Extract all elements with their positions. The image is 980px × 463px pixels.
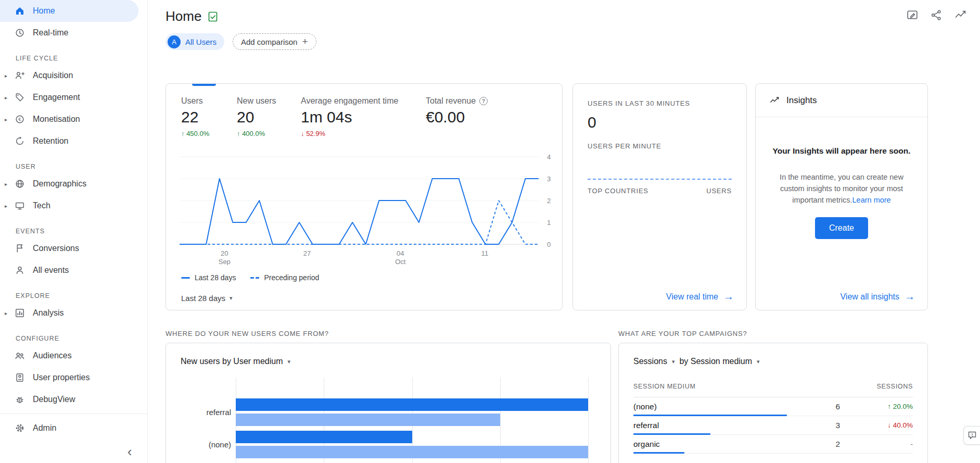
sidebar-item-real-time[interactable]: Real-time bbox=[0, 22, 138, 44]
expand-arrow-icon[interactable]: ▸ bbox=[5, 73, 7, 79]
bar-category-label: referral bbox=[166, 408, 236, 417]
metric-selector[interactable]: Sessions bbox=[633, 357, 667, 366]
all-users-chip[interactable]: A All Users bbox=[166, 33, 224, 50]
sidebar-item-engagement[interactable]: ▸ Engagement bbox=[0, 86, 138, 108]
sidebar-item-label: Conversions bbox=[33, 244, 79, 253]
metric-new-users[interactable]: New users 20 400.0% bbox=[237, 96, 301, 138]
svg-text:4: 4 bbox=[547, 153, 551, 161]
header-actions bbox=[906, 8, 967, 22]
sidebar-item-tech[interactable]: ▸ Tech bbox=[0, 195, 138, 217]
sidebar-item-home[interactable]: Home bbox=[0, 0, 138, 22]
acquisition-icon bbox=[15, 70, 25, 81]
metric-users[interactable]: Users 22 450.0% bbox=[181, 96, 237, 138]
feedback-button[interactable] bbox=[963, 426, 980, 445]
new-users-section-heading: WHERE DO YOUR NEW USERS COME FROM? bbox=[166, 330, 329, 337]
gear-icon bbox=[15, 423, 25, 433]
metric-avg-engagement-time[interactable]: Average engagement time 1m 04s 52.9% bbox=[301, 96, 426, 138]
sidebar-item-audiences[interactable]: Audiences bbox=[0, 345, 138, 367]
svg-text:27: 27 bbox=[303, 249, 311, 257]
sessions-value: 3 bbox=[804, 421, 840, 430]
page-title: Home bbox=[166, 8, 201, 24]
realtime-card: USERS IN LAST 30 MINUTES 0 USERS PER MIN… bbox=[572, 83, 747, 310]
expand-arrow-icon[interactable]: ▸ bbox=[5, 203, 7, 209]
insights-header: Insights bbox=[756, 84, 927, 117]
sidebar-item-label: Engagement bbox=[33, 93, 80, 102]
metric-change: 450.0% bbox=[181, 130, 237, 138]
svg-text:2: 2 bbox=[547, 197, 551, 205]
help-icon[interactable]: ? bbox=[479, 97, 488, 105]
bar-rows: referral(none) bbox=[166, 398, 587, 463]
new-users-card-title[interactable]: New users by User medium ▾ bbox=[181, 357, 290, 366]
table-row[interactable]: referral 3 40.0% bbox=[633, 416, 913, 435]
sidebar-item-demographics[interactable]: ▸ Demographics bbox=[0, 173, 138, 195]
metric-label: Average engagement time bbox=[301, 96, 426, 106]
bar-stack bbox=[236, 398, 588, 426]
create-insight-button[interactable]: Create bbox=[815, 217, 868, 239]
sidebar-item-monetisation[interactable]: ▸ € Monetisation bbox=[0, 108, 138, 130]
users-30min-label: USERS IN LAST 30 MINUTES bbox=[588, 99, 690, 107]
gridline bbox=[588, 378, 589, 463]
sidebar-divider bbox=[0, 414, 148, 414]
comparison-chips: A All Users Add comparison + bbox=[166, 33, 316, 50]
svg-text:1: 1 bbox=[547, 219, 551, 227]
sidebar-item-all-events[interactable]: All events bbox=[0, 259, 138, 281]
expand-arrow-icon[interactable]: ▸ bbox=[5, 310, 7, 316]
users-line-chart: 0123420Sep2704Oct11 bbox=[180, 152, 570, 265]
insights-card: Insights Your Insights will appear here … bbox=[755, 83, 928, 310]
users-column-label: USERS bbox=[706, 187, 732, 195]
campaigns-section-heading: WHAT ARE YOUR TOP CAMPAIGNS? bbox=[618, 330, 747, 337]
share-icon bbox=[930, 9, 943, 21]
sidebar-item-debugview[interactable]: DebugView bbox=[0, 389, 138, 410]
sidebar-item-retention[interactable]: Retention bbox=[0, 130, 138, 152]
sidebar-item-user-properties[interactable]: User properties bbox=[0, 367, 138, 389]
legend-solid-swatch bbox=[181, 277, 190, 279]
users-30min-block: USERS IN LAST 30 MINUTES 0 bbox=[588, 99, 690, 131]
demographics-icon bbox=[15, 179, 25, 189]
insights-button[interactable] bbox=[953, 8, 967, 22]
sidebar-item-label: Analysis bbox=[33, 308, 64, 318]
change-value: 20.0% bbox=[840, 403, 913, 410]
svg-text:Sep: Sep bbox=[219, 258, 231, 265]
sessions-value: 2 bbox=[804, 440, 840, 449]
bar-none-current[interactable] bbox=[236, 431, 412, 443]
data-quality-icon[interactable] bbox=[207, 11, 219, 22]
arrow-right-icon: → bbox=[723, 291, 734, 303]
share-button[interactable] bbox=[930, 8, 943, 22]
bar-referral-preceding[interactable] bbox=[236, 414, 500, 426]
date-range-selector[interactable]: Last 28 days ▾ bbox=[181, 294, 233, 303]
sidebar-item-analysis[interactable]: ▸ Analysis bbox=[0, 302, 138, 324]
metric-label: Users bbox=[181, 96, 237, 106]
column-header-sessions[interactable]: SESSIONS bbox=[876, 383, 913, 390]
sidebar-item-acquisition[interactable]: ▸ Acquisition bbox=[0, 65, 138, 86]
customize-report-button[interactable] bbox=[906, 8, 919, 22]
table-row[interactable]: (none) 6 20.0% bbox=[633, 397, 913, 416]
session-bar bbox=[633, 452, 684, 454]
per-minute-sparkline bbox=[588, 179, 732, 180]
view-real-time-link[interactable]: View real time → bbox=[666, 291, 734, 303]
svg-text:20: 20 bbox=[221, 249, 228, 257]
learn-more-link[interactable]: Learn more bbox=[852, 196, 891, 204]
sidebar-item-conversions[interactable]: Conversions bbox=[0, 237, 138, 259]
column-header-medium[interactable]: SESSION MEDIUM bbox=[633, 383, 696, 390]
expand-arrow-icon[interactable]: ▸ bbox=[5, 95, 7, 101]
collapse-sidebar-button[interactable]: ‹ bbox=[120, 442, 139, 461]
comparison-avatar: A bbox=[168, 35, 181, 48]
insights-body: In the meantime, you can create new cust… bbox=[773, 171, 910, 206]
metric-change bbox=[426, 130, 488, 138]
expand-arrow-icon[interactable]: ▸ bbox=[5, 181, 7, 187]
dimension-selector[interactable]: by Session medium bbox=[679, 357, 752, 366]
expand-arrow-icon[interactable]: ▸ bbox=[5, 117, 7, 122]
metric-total-revenue[interactable]: Total revenue ? €0.00 bbox=[426, 96, 488, 138]
svg-text:€: € bbox=[18, 116, 21, 122]
metric-value: 22 bbox=[181, 108, 237, 126]
active-tab-indicator[interactable] bbox=[192, 84, 216, 86]
view-all-insights-link[interactable]: View all insights → bbox=[840, 291, 915, 303]
bar-none-preceding[interactable] bbox=[236, 446, 588, 458]
add-comparison-chip[interactable]: Add comparison + bbox=[233, 33, 316, 50]
monetisation-icon: € bbox=[15, 114, 25, 124]
sidebar-item-admin[interactable]: Admin bbox=[0, 417, 138, 439]
bar-referral-current[interactable] bbox=[236, 398, 588, 411]
table-row[interactable]: organic 2 - bbox=[633, 435, 913, 454]
date-range-label: Last 28 days bbox=[181, 294, 225, 303]
metric-value: 1m 04s bbox=[301, 108, 426, 126]
